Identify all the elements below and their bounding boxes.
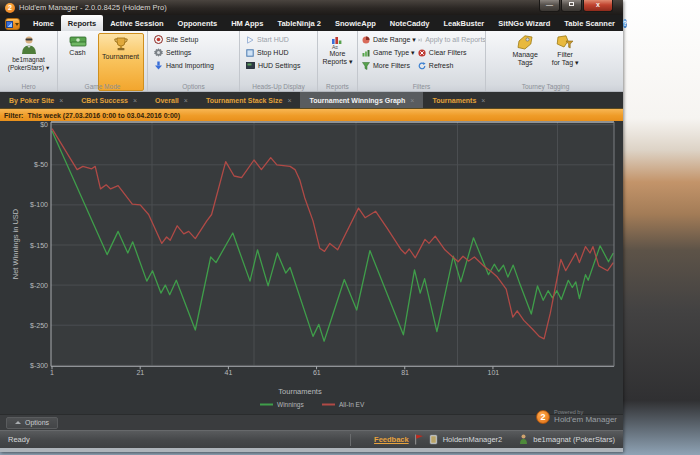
tab-active-session[interactable]: Active Session [103,15,170,31]
y-tick: $0 [40,121,48,128]
close-button[interactable]: x [583,0,613,12]
ribbon-group-tagging: Manage Tags Filter for Tag ▾ Tourney Tag… [485,31,605,91]
ribbon-group-reports: A≡ More Reports ▾ Reports [317,31,357,91]
close-icon[interactable]: × [410,97,414,104]
report-tab-tournament-winnings-graph[interactable]: Tournament Winnings Graph× [300,92,423,108]
trophy-icon [113,36,129,52]
flag-icon [414,434,424,445]
y-tick: $-250 [30,322,48,329]
tab-opponents[interactable]: Opponents [171,15,225,31]
options-button[interactable]: Options [6,417,58,429]
cash-label: Cash [69,49,85,56]
hud-settings-icon [246,62,255,70]
tournament-winnings-chart: $0 $-50 $-100 $-150 $-200 $-250 $-300 1 … [0,121,623,414]
ribbon: be1magnat (PokerStars) ▾ Hero Cash [0,31,623,92]
y-tick: $-200 [30,282,48,289]
game-type-icon [362,49,370,57]
winnings-legend-label: Winnings [277,401,304,409]
report-tab-overall[interactable]: Overall× [146,92,197,108]
y-tick: $-150 [30,242,48,249]
status-bar: Ready Feedback HoldemManager2 be1magnat … [0,430,623,448]
hero-selector-button[interactable]: be1magnat (PokerStars) ▾ [0,33,57,73]
window-controls: — x [538,0,613,12]
chevron-up-icon [15,421,21,424]
gear-icon [154,48,163,57]
application-menu-button[interactable] [5,18,20,30]
x-tick: 101 [488,369,500,376]
report-tab-by-poker-site[interactable]: By Poker Site× [0,92,72,108]
hero-site: (PokerStars) ▾ [8,64,50,72]
import-arrow-icon [154,61,163,70]
group-label-reports: Reports [318,83,357,90]
tournament-label: Tournament [102,53,139,60]
close-icon[interactable]: × [133,97,137,104]
tab-table-scanner[interactable]: Table Scanner [557,15,622,31]
status-account[interactable]: be1magnat (PokerStars) [533,435,615,444]
hero-name: be1magnat [12,56,45,63]
group-label-hero: Hero [0,83,57,90]
hm2-logo-icon: 2 [5,3,15,13]
tab-sitngo-wizard[interactable]: SitNGo Wizard [491,15,557,31]
filter-for-tag-icon [556,35,574,50]
game-type-item[interactable]: Game Type ▾ [358,46,416,59]
more-reports-button[interactable]: A≡ More Reports ▾ [318,33,357,67]
date-range-item[interactable]: Date Range ▾ [358,33,416,46]
ribbon-group-hero: be1magnat (PokerStars) ▾ Hero [0,31,57,91]
tab-hm-apps[interactable]: HM Apps [224,15,270,31]
tab-notecaddy[interactable]: NoteCaddy [383,15,437,31]
x-tick: 1 [50,369,54,376]
clear-filters-item[interactable]: Clear Filters [416,46,486,59]
x-tick: 21 [136,369,144,376]
site-setup-item[interactable]: Site Setup [148,33,239,46]
filter-label: Filter: [4,112,23,119]
close-icon[interactable]: × [59,97,63,104]
report-tab-cbet-success[interactable]: CBet Success× [72,92,146,108]
tab-reports[interactable]: Reports [61,15,103,31]
allinev-legend-label: All-In EV [339,401,365,408]
refresh-icon [418,62,426,70]
close-icon[interactable]: × [184,97,188,104]
minimize-button[interactable]: — [539,0,560,12]
report-tab-tournaments[interactable]: Tournaments× [423,92,494,108]
settings-item[interactable]: Settings [148,46,239,59]
report-tab-tournament-stack-size[interactable]: Tournament Stack Size× [197,92,301,108]
feedback-link[interactable]: Feedback [374,435,409,444]
divider [350,434,351,446]
ribbon-group-hud: Start HUD Stop HUD HUD Settings Heads-Up… [239,31,317,91]
options-bar: Options 2 Powered by Hold'em Manager [0,414,623,430]
stop-hud-item[interactable]: Stop HUD [240,46,317,59]
maximize-button[interactable] [561,0,582,12]
ribbon-group-filters: Date Range ▾ Game Type ▾ More Filters [357,31,485,91]
more-filters-item[interactable]: More Filters [358,59,416,72]
hm2-powered-logo-icon: 2 [536,410,550,424]
tab-leakbuster[interactable]: LeakBuster [436,15,491,31]
y-axis-title: Net Winnings in USD [11,208,20,279]
y-tick: $-300 [30,362,48,369]
help-icon[interactable]: ? [623,19,627,28]
manage-tags-icon [516,35,534,50]
ribbon-group-options: Site Setup Settings Hand Importing Optio… [147,31,239,91]
ribbon-tab-row: Home Reports Active Session Opponents HM… [0,15,623,31]
window-title: Hold'em Manager - 2.0.0.8425 (Holdem Pro… [19,3,167,12]
close-icon[interactable]: × [481,97,485,104]
x-tick: 81 [401,369,409,376]
app-menu-icon [6,21,13,28]
refresh-item[interactable]: Refresh [416,59,486,72]
apply-all-icon [418,36,422,44]
clear-filters-icon [418,49,426,57]
tab-snowieapp[interactable]: SnowieApp [328,15,383,31]
apply-all-reports-item: Apply to all Reports [416,33,486,46]
close-icon[interactable]: × [287,97,291,104]
ribbon-group-game-mode: Cash Tournament Game Mode [57,31,147,91]
title-bar: 2 Hold'em Manager - 2.0.0.8425 (Holdem P… [0,0,623,15]
powered-by: 2 Powered by Hold'em Manager [536,409,617,424]
powered-by-line2: Hold'em Manager [554,415,617,424]
funnel-icon [362,62,370,70]
tab-home[interactable]: Home [26,15,61,31]
hand-importing-item[interactable]: Hand Importing [148,59,239,72]
tab-tableninja2[interactable]: TableNinja 2 [270,15,328,31]
site-setup-icon [154,35,163,44]
status-app-name[interactable]: HoldemManager2 [443,435,503,444]
hud-settings-item[interactable]: HUD Settings [240,59,317,72]
date-range-icon [362,36,370,44]
